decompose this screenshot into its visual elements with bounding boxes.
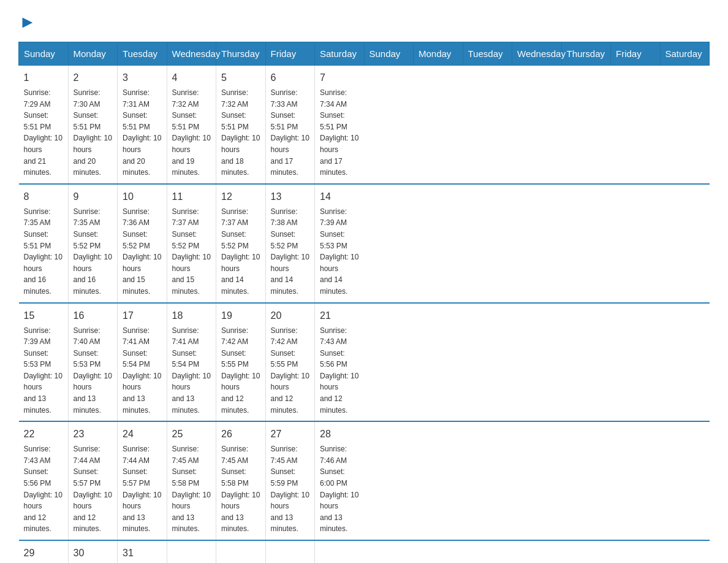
day-info: Sunrise: 7:39 AMSunset: 5:53 PMDaylight:…	[320, 206, 359, 297]
day-info: Sunrise: 7:44 AMSunset: 5:57 PMDaylight:…	[123, 443, 162, 535]
day-info: Sunrise: 7:39 AMSunset: 5:53 PMDaylight:…	[24, 325, 63, 416]
day-number: 8	[24, 190, 63, 204]
day-info: Sunrise: 7:45 AMSunset: 5:59 PMDaylight:…	[271, 443, 310, 535]
calendar-cell: 17 Sunrise: 7:41 AMSunset: 5:54 PMDaylig…	[118, 303, 167, 422]
calendar-cell: 22 Sunrise: 7:43 AMSunset: 5:56 PMDaylig…	[19, 421, 69, 540]
logo: ►	[18, 12, 37, 29]
logo-arrow-icon: ►	[19, 12, 36, 32]
day-number: 27	[271, 427, 310, 442]
calendar-cell: 5 Sunrise: 7:32 AMSunset: 5:51 PMDayligh…	[216, 66, 266, 184]
day-info: Sunrise: 7:43 AMSunset: 5:56 PMDaylight:…	[24, 443, 63, 535]
day-info: Sunrise: 7:37 AMSunset: 5:52 PMDaylight:…	[221, 206, 260, 297]
calendar-cell: 29 Sunrise: 7:46 AMSunset: 6:00 PMDaylig…	[19, 540, 69, 563]
calendar-cell: 11 Sunrise: 7:37 AMSunset: 5:52 PMDaylig…	[167, 184, 216, 303]
day-info: Sunrise: 7:34 AMSunset: 5:51 PMDaylight:…	[320, 87, 359, 178]
day-info: Sunrise: 7:41 AMSunset: 5:54 PMDaylight:…	[123, 325, 162, 416]
day-number: 17	[123, 308, 162, 323]
calendar-cell: 13 Sunrise: 7:38 AMSunset: 5:52 PMDaylig…	[265, 184, 315, 303]
calendar-cell: 7 Sunrise: 7:34 AMSunset: 5:51 PMDayligh…	[315, 66, 365, 184]
day-number: 16	[74, 308, 113, 323]
header-friday: Friday	[265, 42, 315, 66]
calendar-cell	[265, 540, 315, 563]
day-number: 18	[172, 308, 211, 323]
calendar-cell: 26 Sunrise: 7:45 AMSunset: 5:58 PMDaylig…	[216, 421, 266, 540]
calendar-header-row: SundayMondayTuesdayWednesdayThursdayFrid…	[19, 42, 710, 66]
col-header-saturday: Saturday	[660, 42, 710, 66]
day-number: 24	[123, 427, 162, 442]
calendar-cell: 25 Sunrise: 7:45 AMSunset: 5:58 PMDaylig…	[167, 421, 216, 540]
day-info: Sunrise: 7:43 AMSunset: 5:56 PMDaylight:…	[320, 325, 359, 416]
day-info: Sunrise: 7:45 AMSunset: 5:58 PMDaylight:…	[221, 443, 260, 535]
day-number: 2	[74, 71, 113, 85]
day-info: Sunrise: 7:35 AMSunset: 5:51 PMDaylight:…	[24, 206, 63, 297]
col-header-monday: Monday	[414, 42, 463, 66]
day-info: Sunrise: 7:45 AMSunset: 5:58 PMDaylight:…	[172, 443, 211, 535]
day-info: Sunrise: 7:46 AMSunset: 6:00 PMDaylight:…	[320, 443, 359, 535]
calendar-cell: 24 Sunrise: 7:44 AMSunset: 5:57 PMDaylig…	[118, 421, 167, 540]
day-number: 28	[320, 427, 359, 442]
calendar-cell: 1 Sunrise: 7:29 AMSunset: 5:51 PMDayligh…	[19, 66, 69, 184]
calendar-table: SundayMondayTuesdayWednesdayThursdayFrid…	[18, 42, 710, 563]
calendar-cell: 31 Sunrise: 7:47 AMSunset: 6:01 PMDaylig…	[118, 540, 167, 563]
calendar-cell: 16 Sunrise: 7:40 AMSunset: 5:53 PMDaylig…	[68, 303, 118, 422]
day-info: Sunrise: 7:41 AMSunset: 5:54 PMDaylight:…	[172, 325, 211, 416]
calendar-cell: 28 Sunrise: 7:46 AMSunset: 6:00 PMDaylig…	[315, 421, 365, 540]
day-number: 9	[74, 190, 113, 204]
day-info: Sunrise: 7:37 AMSunset: 5:52 PMDaylight:…	[172, 206, 211, 297]
col-header-friday: Friday	[611, 42, 661, 66]
day-info: Sunrise: 7:42 AMSunset: 5:55 PMDaylight:…	[271, 325, 310, 416]
day-info: Sunrise: 7:29 AMSunset: 5:51 PMDaylight:…	[24, 87, 63, 178]
calendar-cell: 10 Sunrise: 7:36 AMSunset: 5:52 PMDaylig…	[118, 184, 167, 303]
calendar-cell: 9 Sunrise: 7:35 AMSunset: 5:52 PMDayligh…	[68, 184, 118, 303]
header-monday: Monday	[68, 42, 118, 66]
day-number: 6	[271, 71, 310, 85]
calendar-week-5: 29 Sunrise: 7:46 AMSunset: 6:00 PMDaylig…	[19, 540, 710, 563]
day-info: Sunrise: 7:38 AMSunset: 5:52 PMDaylight:…	[271, 206, 310, 297]
calendar-cell: 14 Sunrise: 7:39 AMSunset: 5:53 PMDaylig…	[315, 184, 365, 303]
day-number: 26	[221, 427, 260, 442]
day-number: 31	[123, 546, 162, 561]
day-info: Sunrise: 7:35 AMSunset: 5:52 PMDaylight:…	[74, 206, 113, 297]
header-saturday: Saturday	[315, 42, 365, 66]
day-number: 23	[74, 427, 113, 442]
header-wednesday: Wednesday	[167, 42, 216, 66]
day-number: 25	[172, 427, 211, 442]
day-number: 20	[271, 308, 310, 323]
col-header-tuesday: Tuesday	[463, 42, 512, 66]
calendar-cell: 30 Sunrise: 7:46 AMSunset: 6:01 PMDaylig…	[68, 540, 118, 563]
day-info: Sunrise: 7:32 AMSunset: 5:51 PMDaylight:…	[172, 87, 211, 178]
day-number: 15	[24, 308, 63, 323]
day-number: 7	[320, 71, 359, 85]
day-number: 19	[221, 308, 260, 323]
calendar-week-1: 1 Sunrise: 7:29 AMSunset: 5:51 PMDayligh…	[19, 66, 710, 184]
calendar-cell: 21 Sunrise: 7:43 AMSunset: 5:56 PMDaylig…	[315, 303, 365, 422]
col-header-sunday: Sunday	[364, 42, 414, 66]
page-header: ►	[18, 12, 710, 29]
day-number: 1	[24, 71, 63, 85]
calendar-cell: 15 Sunrise: 7:39 AMSunset: 5:53 PMDaylig…	[19, 303, 69, 422]
calendar-cell	[167, 540, 216, 563]
day-number: 10	[123, 190, 162, 204]
day-info: Sunrise: 7:31 AMSunset: 5:51 PMDaylight:…	[123, 87, 162, 178]
day-number: 22	[24, 427, 63, 442]
calendar-cell: 8 Sunrise: 7:35 AMSunset: 5:51 PMDayligh…	[19, 184, 69, 303]
day-number: 13	[271, 190, 310, 204]
day-info: Sunrise: 7:42 AMSunset: 5:55 PMDaylight:…	[221, 325, 260, 416]
day-number: 21	[320, 308, 359, 323]
calendar-cell: 3 Sunrise: 7:31 AMSunset: 5:51 PMDayligh…	[118, 66, 167, 184]
calendar-week-2: 8 Sunrise: 7:35 AMSunset: 5:51 PMDayligh…	[19, 184, 710, 303]
calendar-cell: 6 Sunrise: 7:33 AMSunset: 5:51 PMDayligh…	[265, 66, 315, 184]
day-info: Sunrise: 7:32 AMSunset: 5:51 PMDaylight:…	[221, 87, 260, 178]
day-number: 12	[221, 190, 260, 204]
calendar-cell	[315, 540, 365, 563]
day-number: 29	[24, 546, 63, 561]
day-number: 30	[74, 546, 113, 561]
calendar-cell	[216, 540, 266, 563]
day-info: Sunrise: 7:36 AMSunset: 5:52 PMDaylight:…	[123, 206, 162, 297]
calendar-week-3: 15 Sunrise: 7:39 AMSunset: 5:53 PMDaylig…	[19, 303, 710, 422]
calendar-cell: 4 Sunrise: 7:32 AMSunset: 5:51 PMDayligh…	[167, 66, 216, 184]
header-thursday: Thursday	[216, 42, 266, 66]
day-info: Sunrise: 7:44 AMSunset: 5:57 PMDaylight:…	[74, 443, 113, 535]
day-number: 5	[221, 71, 260, 85]
day-info: Sunrise: 7:30 AMSunset: 5:51 PMDaylight:…	[74, 87, 113, 178]
